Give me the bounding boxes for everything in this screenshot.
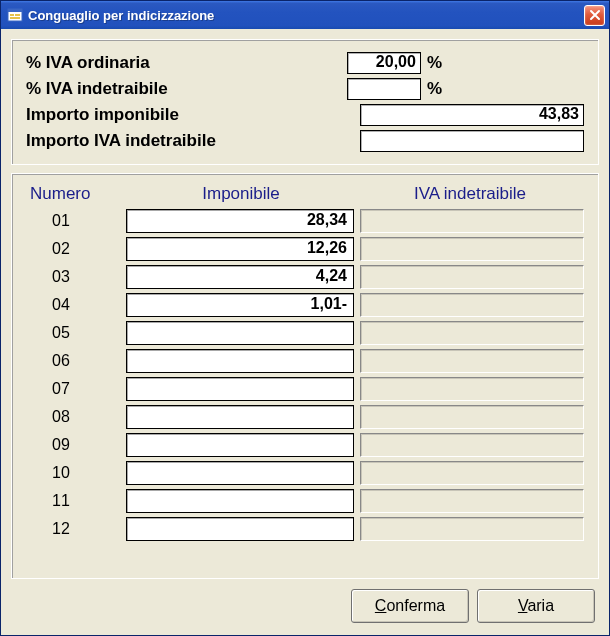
table-row: 07 bbox=[26, 376, 584, 402]
button-row: Conferma Varia bbox=[11, 587, 599, 623]
importo-iva-indetraibile-field[interactable] bbox=[360, 130, 584, 152]
svg-rect-3 bbox=[15, 14, 20, 16]
grid-header: Numero Imponibile IVA indetraibile bbox=[26, 184, 584, 204]
iva-indetraibile-cell bbox=[360, 265, 584, 289]
iva-indetraibile-cell bbox=[360, 461, 584, 485]
row-number: 11 bbox=[26, 492, 126, 510]
imponibile-cell[interactable]: 1,01- bbox=[126, 293, 354, 317]
grid-panel: Numero Imponibile IVA indetraibile 0128,… bbox=[11, 173, 599, 579]
imponibile-cell[interactable] bbox=[126, 461, 354, 485]
row-number: 01 bbox=[26, 212, 126, 230]
conferma-button[interactable]: Conferma bbox=[351, 589, 469, 623]
varia-label: Varia bbox=[518, 597, 554, 615]
iva-ordinaria-field[interactable]: 20,00 bbox=[347, 52, 421, 74]
table-row: 041,01- bbox=[26, 292, 584, 318]
iva-indetraibile-unit: % bbox=[427, 79, 442, 99]
table-row: 034,24 bbox=[26, 264, 584, 290]
grid-rows: 0128,340212,26034,24041,01-0506070809101… bbox=[26, 208, 584, 542]
iva-ordinaria-unit: % bbox=[427, 53, 442, 73]
importo-imponibile-label: Importo imponibile bbox=[26, 105, 346, 125]
row-number: 08 bbox=[26, 408, 126, 426]
iva-indetraibile-cell bbox=[360, 293, 584, 317]
svg-rect-2 bbox=[10, 14, 14, 16]
imponibile-cell[interactable] bbox=[126, 377, 354, 401]
table-row: 0212,26 bbox=[26, 236, 584, 262]
row-number: 05 bbox=[26, 324, 126, 342]
iva-indetraibile-cell bbox=[360, 237, 584, 261]
col-header-iva: IVA indetraibile bbox=[356, 184, 584, 204]
iva-indetraibile-cell bbox=[360, 405, 584, 429]
imponibile-cell[interactable]: 4,24 bbox=[126, 265, 354, 289]
iva-indetraibile-cell bbox=[360, 433, 584, 457]
table-row: 05 bbox=[26, 320, 584, 346]
close-button[interactable] bbox=[584, 5, 605, 26]
importo-iva-indetraibile-label: Importo IVA indetraibile bbox=[26, 131, 346, 151]
row-number: 07 bbox=[26, 380, 126, 398]
iva-indetraibile-cell bbox=[360, 321, 584, 345]
iva-indetraibile-label: % IVA indetraibile bbox=[26, 79, 346, 99]
col-header-imponibile: Imponibile bbox=[126, 184, 356, 204]
row-number: 10 bbox=[26, 464, 126, 482]
varia-button[interactable]: Varia bbox=[477, 589, 595, 623]
titlebar: Conguaglio per indicizzazione bbox=[1, 1, 609, 29]
table-row: 0128,34 bbox=[26, 208, 584, 234]
dialog-window: Conguaglio per indicizzazione % IVA ordi… bbox=[0, 0, 610, 636]
row-number: 09 bbox=[26, 436, 126, 454]
iva-indetraibile-cell bbox=[360, 349, 584, 373]
row-number: 02 bbox=[26, 240, 126, 258]
imponibile-cell[interactable] bbox=[126, 405, 354, 429]
close-icon bbox=[589, 9, 601, 21]
imponibile-cell[interactable] bbox=[126, 433, 354, 457]
table-row: 10 bbox=[26, 460, 584, 486]
imponibile-cell[interactable] bbox=[126, 349, 354, 373]
iva-indetraibile-cell bbox=[360, 489, 584, 513]
svg-rect-1 bbox=[8, 9, 22, 12]
iva-indetraibile-field[interactable] bbox=[347, 78, 421, 100]
row-number: 04 bbox=[26, 296, 126, 314]
iva-indetraibile-cell bbox=[360, 517, 584, 541]
imponibile-cell[interactable] bbox=[126, 489, 354, 513]
row-number: 03 bbox=[26, 268, 126, 286]
client-area: % IVA ordinaria 20,00 % % IVA indetraibi… bbox=[1, 29, 609, 635]
imponibile-cell[interactable]: 12,26 bbox=[126, 237, 354, 261]
iva-ordinaria-label: % IVA ordinaria bbox=[26, 53, 346, 73]
row-number: 06 bbox=[26, 352, 126, 370]
table-row: 08 bbox=[26, 404, 584, 430]
window-title: Conguaglio per indicizzazione bbox=[28, 8, 584, 23]
imponibile-cell[interactable] bbox=[126, 517, 354, 541]
app-icon bbox=[7, 7, 23, 23]
col-header-numero: Numero bbox=[26, 184, 126, 204]
table-row: 12 bbox=[26, 516, 584, 542]
iva-indetraibile-cell bbox=[360, 377, 584, 401]
row-number: 12 bbox=[26, 520, 126, 538]
conferma-label: Conferma bbox=[375, 597, 445, 615]
imponibile-cell[interactable]: 28,34 bbox=[126, 209, 354, 233]
imponibile-cell[interactable] bbox=[126, 321, 354, 345]
table-row: 06 bbox=[26, 348, 584, 374]
importo-imponibile-field[interactable]: 43,83 bbox=[360, 104, 584, 126]
header-panel: % IVA ordinaria 20,00 % % IVA indetraibi… bbox=[11, 39, 599, 165]
iva-indetraibile-cell bbox=[360, 209, 584, 233]
table-row: 11 bbox=[26, 488, 584, 514]
svg-rect-4 bbox=[10, 17, 20, 19]
table-row: 09 bbox=[26, 432, 584, 458]
